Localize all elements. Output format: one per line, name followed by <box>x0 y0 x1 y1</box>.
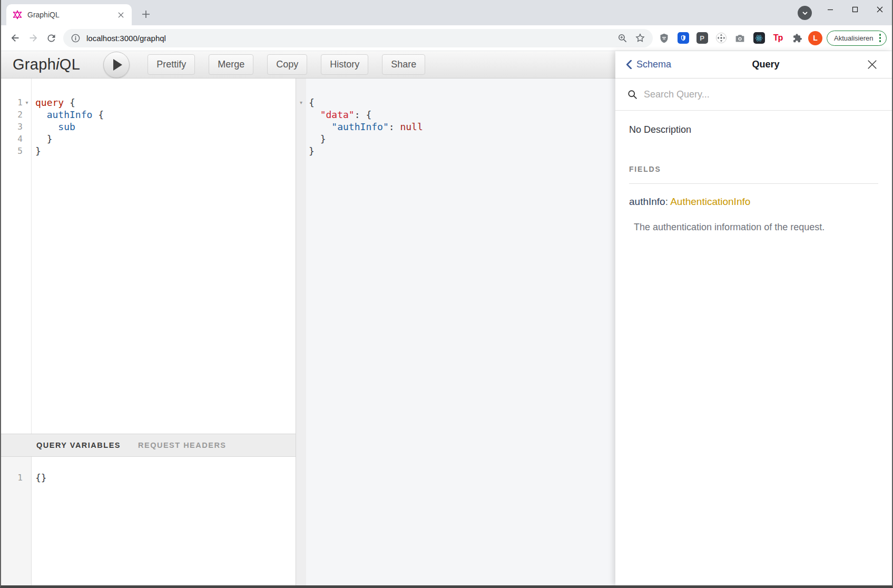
share-button[interactable]: Share <box>382 54 425 75</box>
graphiql-app: GraphiQL Prettify Merge Copy History Sha… <box>1 51 892 585</box>
doc-type-name-link[interactable]: AuthenticationInfo <box>670 196 750 207</box>
history-button[interactable]: History <box>321 54 368 75</box>
doc-title: Query <box>671 59 865 70</box>
doc-search-row <box>615 79 892 111</box>
doc-explorer-header: Schema Query <box>615 51 892 79</box>
react-devtools-icon[interactable] <box>752 31 766 45</box>
tab-close-icon[interactable] <box>115 9 126 21</box>
graphiql-toolbar: GraphiQL Prettify Merge Copy History Sha… <box>1 51 615 79</box>
shield-icon[interactable] <box>657 31 671 45</box>
doc-back-link[interactable]: Schema <box>626 59 671 70</box>
close-window-button[interactable] <box>867 0 892 19</box>
minimize-button[interactable] <box>818 0 842 19</box>
kebab-menu-icon[interactable] <box>877 34 884 42</box>
doc-field-description: The authentication information of the re… <box>634 222 878 233</box>
reload-icon[interactable] <box>42 29 60 47</box>
tab-search-button[interactable] <box>798 6 812 20</box>
doc-search-input[interactable] <box>644 89 879 100</box>
new-tab-button[interactable] <box>138 6 154 22</box>
bitwarden-icon[interactable] <box>676 31 690 45</box>
query-editor-gutter[interactable]: 1▾2345 <box>1 79 32 434</box>
update-label: Aktualisieren <box>834 34 873 42</box>
tp-badge-icon[interactable]: Tp <box>771 31 785 45</box>
zoom-page-icon[interactable] <box>617 33 627 43</box>
bookmark-star-icon[interactable] <box>635 33 645 43</box>
tab-strip: GraphiQL <box>1 0 892 25</box>
variables-editor: 1 {} <box>1 457 296 585</box>
doc-field-name-link[interactable]: authInfo <box>629 196 665 207</box>
doc-explorer: Schema Query No Description FIELDS authI… <box>615 51 892 585</box>
doc-no-description: No Description <box>629 124 878 135</box>
prettify-button[interactable]: Prettify <box>148 54 195 75</box>
browser-window: GraphiQL <box>0 0 893 588</box>
tab-title: GraphiQL <box>27 11 115 19</box>
address-bar[interactable]: localhost:3000/graphql <box>63 29 653 47</box>
query-pane: 1▾2345 query { authInfo { sub }} QUERY V… <box>1 79 296 585</box>
move-circle-icon[interactable] <box>714 31 728 45</box>
doc-fields-section-title: FIELDS <box>629 165 878 184</box>
execute-query-button[interactable] <box>103 52 130 78</box>
query-editor-code[interactable]: query { authInfo { sub }} <box>32 79 104 434</box>
secondary-editor-tabs: QUERY VARIABLES REQUEST HEADERS <box>1 434 296 457</box>
p-badge-icon[interactable]: P <box>695 31 709 45</box>
window-controls <box>818 0 892 19</box>
copy-button[interactable]: Copy <box>267 54 307 75</box>
browser-tab[interactable]: GraphiQL <box>6 4 132 25</box>
query-editor: 1▾2345 query { authInfo { sub }} <box>1 79 296 434</box>
profile-avatar[interactable]: L <box>808 31 822 45</box>
result-viewer-code: { "data": { "authInfo": null }} <box>306 79 423 585</box>
merge-button[interactable]: Merge <box>209 54 253 75</box>
doc-close-icon[interactable] <box>865 57 879 72</box>
result-fold-gutter[interactable]: ▾ <box>296 79 306 585</box>
extensions-row: P Tp <box>657 31 804 45</box>
back-icon[interactable] <box>6 29 24 47</box>
tab-query-variables[interactable]: QUERY VARIABLES <box>36 441 121 449</box>
doc-body: No Description FIELDS authInfo: Authenti… <box>615 111 892 233</box>
maximize-button[interactable] <box>842 0 867 19</box>
variables-editor-code[interactable]: {} <box>32 457 47 585</box>
search-icon <box>627 89 638 100</box>
graphiql-logo: GraphiQL <box>13 56 80 73</box>
camera-icon[interactable] <box>733 31 747 45</box>
doc-back-label: Schema <box>636 59 671 70</box>
chevron-left-icon <box>626 60 632 69</box>
variables-editor-gutter[interactable]: 1 <box>1 457 32 585</box>
graphql-favicon-icon <box>13 10 22 19</box>
tab-request-headers[interactable]: REQUEST HEADERS <box>138 441 227 449</box>
site-info-icon[interactable] <box>71 33 81 43</box>
doc-field-row: authInfo: AuthenticationInfo <box>629 196 878 208</box>
browser-menu-update-button[interactable]: Aktualisieren <box>827 31 887 46</box>
url-text[interactable]: localhost:3000/graphql <box>86 34 166 43</box>
forward-icon[interactable] <box>24 29 42 47</box>
browser-toolbar: localhost:3000/graphql P <box>1 25 892 51</box>
puzzle-icon[interactable] <box>790 31 804 45</box>
result-pane: ▾ { "data": { "authInfo": null }} <box>296 79 615 585</box>
play-icon <box>113 59 122 71</box>
